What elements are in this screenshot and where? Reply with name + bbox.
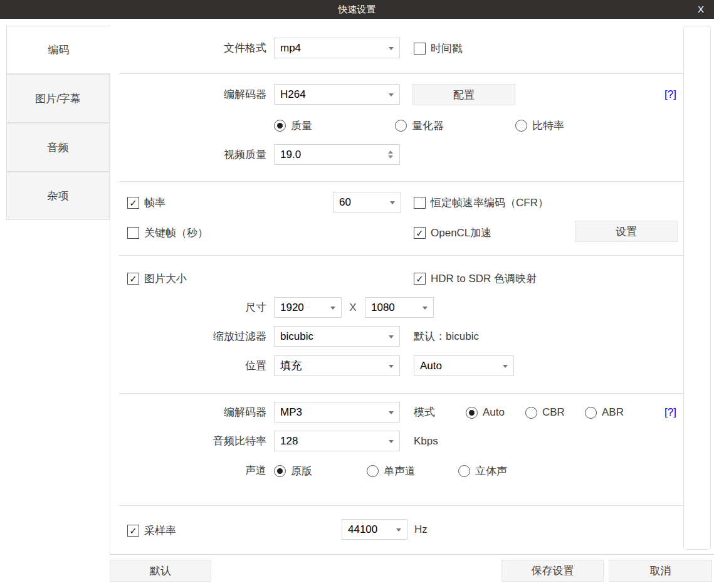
divider [119, 73, 684, 74]
chevron-down-icon [389, 47, 394, 50]
audio-bitrate-label: 音频比特率 [119, 431, 266, 451]
chevron-down-icon [503, 365, 508, 368]
dimensions-label: 尺寸 [119, 297, 266, 318]
configure-button[interactable]: 配置 [412, 84, 515, 105]
radio-icon [458, 465, 470, 477]
radio-label: ABR [602, 406, 624, 419]
sidebar-tab-picture-subtitle[interactable]: 图片/字幕 [6, 74, 110, 123]
radio-channel-mono[interactable]: 单声道 [367, 464, 416, 478]
radio-icon [515, 120, 527, 132]
divider [119, 181, 684, 182]
quick-settings-dialog: 快速设置 X 编码 图片/字幕 音频 杂项 文件格式 mp4 时间戳 编解码器 … [0, 0, 714, 588]
scale-filter-default-text: 默认：bicubic [414, 326, 479, 347]
file-format-label: 文件格式 [119, 38, 266, 58]
scale-filter-select[interactable]: bicubic [274, 326, 400, 347]
sidebar-tab-misc[interactable]: 杂项 [6, 172, 110, 220]
content-left-border [110, 25, 110, 554]
position-auto-select[interactable]: Auto [414, 355, 514, 376]
scrollbar-track[interactable] [683, 26, 711, 550]
radio-quality[interactable]: 质量 [274, 118, 312, 132]
sample-rate-unit: Hz [414, 519, 428, 540]
timestamp-checkbox[interactable]: 时间戳 [414, 42, 463, 55]
video-codec-select[interactable]: H264 [274, 84, 400, 105]
radio-mode-auto[interactable]: Auto [466, 406, 505, 419]
footer-divider [110, 554, 714, 555]
radio-channel-original[interactable]: 原版 [274, 464, 312, 478]
timestamp-label: 时间戳 [431, 41, 463, 56]
cfr-checkbox[interactable]: 恒定帧速率编码（CFR） [414, 196, 549, 209]
radio-bitrate[interactable]: 比特率 [515, 118, 564, 132]
audio-bitrate-value: 128 [280, 435, 298, 447]
radio-icon [466, 407, 478, 419]
keyframe-checkbox[interactable]: 关键帧（秒） [127, 226, 208, 239]
sample-rate-label: 采样率 [144, 523, 176, 538]
audio-help-link[interactable]: [?] [664, 402, 676, 423]
dialog-title: 快速设置 [0, 0, 714, 19]
radio-quantizer[interactable]: 量化器 [395, 118, 444, 132]
checkbox-icon [414, 43, 426, 55]
radio-mode-cbr[interactable]: CBR [525, 406, 565, 419]
chevron-down-icon [389, 365, 394, 368]
chevron-down-icon [389, 335, 394, 339]
close-icon[interactable]: X [693, 0, 709, 19]
file-format-select[interactable]: mp4 [274, 38, 400, 58]
spin-down-icon[interactable] [388, 155, 393, 159]
chevron-down-icon [390, 201, 395, 204]
audio-mode-label: 模式 [414, 402, 435, 423]
sidebar-tab-audio[interactable]: 音频 [6, 123, 110, 172]
framerate-select[interactable]: 60 [333, 192, 401, 213]
opencl-checkbox[interactable]: OpenCL加速 [414, 226, 491, 239]
radio-label: 单声道 [384, 464, 416, 478]
radio-icon [525, 407, 537, 419]
divider [119, 255, 684, 256]
audio-bitrate-select[interactable]: 128 [274, 431, 400, 451]
radio-label: Auto [483, 406, 505, 419]
opencl-settings-button[interactable]: 设置 [575, 221, 678, 242]
position-select[interactable]: 填充 [274, 355, 400, 376]
height-select[interactable]: 1080 [365, 297, 434, 318]
divider [119, 393, 684, 394]
keyframe-label: 关键帧（秒） [144, 226, 208, 240]
tab-label: 音频 [48, 140, 69, 155]
audio-bitrate-unit: Kbps [414, 431, 438, 451]
radio-icon [585, 407, 597, 419]
opencl-label: OpenCL加速 [431, 226, 491, 240]
channel-label: 声道 [119, 464, 266, 478]
checkbox-icon [127, 227, 139, 239]
video-help-link[interactable]: [?] [664, 84, 676, 105]
checkbox-icon [127, 273, 139, 285]
video-quality-spinner[interactable]: 19.0 [274, 144, 400, 165]
save-button-label: 保存设置 [532, 564, 574, 578]
tab-label: 图片/字幕 [35, 92, 81, 106]
radio-label: 质量 [291, 118, 312, 133]
width-value: 1920 [280, 302, 304, 313]
cfr-label: 恒定帧速率编码（CFR） [431, 196, 549, 210]
spin-up-icon[interactable] [388, 150, 393, 154]
configure-button-label: 配置 [453, 88, 475, 102]
hdr-label: HDR to SDR 色调映射 [431, 271, 537, 286]
checkbox-icon [127, 197, 139, 209]
checkbox-icon [414, 197, 426, 209]
audio-codec-select[interactable]: MP3 [274, 402, 400, 423]
position-value: 填充 [280, 360, 302, 372]
hdr-checkbox[interactable]: HDR to SDR 色调映射 [414, 272, 537, 285]
divider [119, 505, 684, 506]
radio-mode-abr[interactable]: ABR [585, 406, 624, 419]
checkbox-icon [414, 227, 426, 239]
cancel-button[interactable]: 取消 [609, 560, 712, 582]
picture-size-checkbox[interactable]: 图片大小 [127, 272, 187, 285]
radio-icon [395, 120, 407, 132]
chevron-down-icon [389, 93, 394, 97]
sample-rate-checkbox[interactable]: 采样率 [127, 524, 176, 537]
save-settings-button[interactable]: 保存设置 [501, 560, 604, 582]
radio-channel-stereo[interactable]: 立体声 [458, 464, 507, 478]
radio-label: 原版 [291, 464, 312, 478]
default-button[interactable]: 默认 [110, 560, 211, 582]
audio-codec-label: 编解码器 [119, 402, 266, 423]
position-auto-value: Auto [420, 360, 442, 372]
picture-size-label: 图片大小 [144, 271, 187, 286]
framerate-checkbox[interactable]: 帧率 [127, 196, 165, 209]
sample-rate-select[interactable]: 44100 [342, 519, 407, 540]
width-select[interactable]: 1920 [274, 297, 342, 318]
sidebar-tab-encode[interactable]: 编码 [6, 26, 110, 74]
